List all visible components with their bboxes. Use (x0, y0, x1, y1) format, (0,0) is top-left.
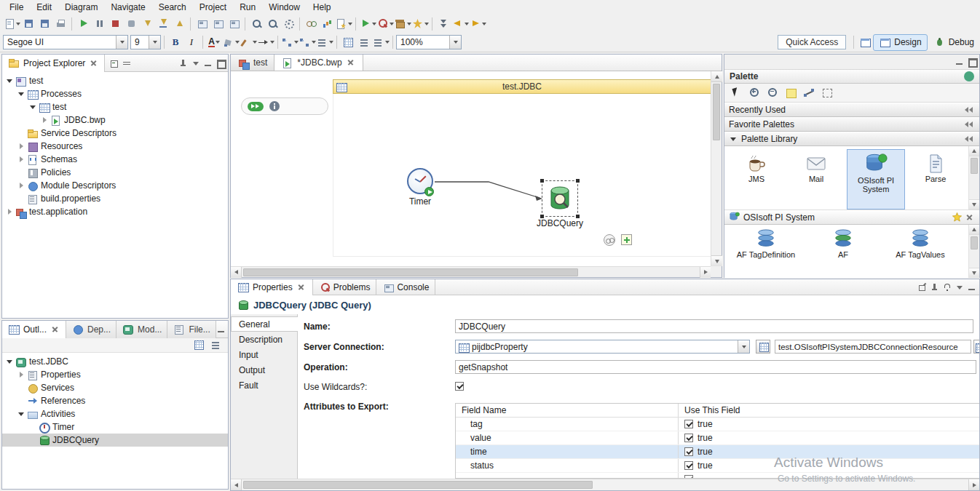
menu-file[interactable]: File (3, 1, 30, 14)
scroll-left-icon[interactable] (231, 267, 242, 278)
palette-item-parse[interactable]: Parse (906, 149, 965, 209)
back-button[interactable] (451, 16, 469, 32)
tree-item-resources[interactable]: Resources (2, 140, 228, 153)
select-connector-button[interactable] (281, 34, 299, 50)
operation-input[interactable]: getSnapshot (455, 360, 976, 374)
palette-library-scrollbar[interactable] (968, 146, 979, 209)
close-icon[interactable] (50, 324, 60, 335)
line-style-button[interactable] (257, 34, 274, 50)
palette-item-af-tagvalues[interactable]: AF TagValues (882, 227, 959, 278)
process-header[interactable]: test.JDBC (333, 79, 711, 94)
menu-navigate[interactable]: Navigate (104, 1, 151, 14)
pin-console-button[interactable] (210, 16, 226, 32)
new-button[interactable] (3, 16, 20, 32)
coverage-button[interactable] (303, 16, 319, 32)
properties-horizontal-scrollbar[interactable] (231, 479, 979, 490)
tree-item-processes[interactable]: Processes (2, 87, 228, 100)
connection-tool-icon[interactable] (803, 87, 816, 100)
tree-item-test-application[interactable]: test.application (2, 205, 228, 218)
table-row-time[interactable]: time true (456, 445, 979, 459)
italic-button[interactable]: I (183, 34, 199, 50)
font-size-dropdown-icon[interactable] (149, 36, 160, 49)
scroll-up-icon[interactable] (969, 225, 979, 235)
quick-access-button[interactable]: Quick Access (778, 35, 846, 49)
tree-item-test-package[interactable]: test (2, 100, 228, 113)
arrange-button[interactable] (316, 34, 333, 50)
tree-item-timer[interactable]: Timer (2, 420, 228, 434)
tree-item-policies[interactable]: Policies (2, 166, 228, 179)
palette-group-header[interactable]: OSIsoft PI System (724, 210, 979, 225)
drawer-favorite-palettes[interactable]: Favorite Palettes (724, 117, 979, 132)
marquee-tool-icon[interactable] (821, 87, 834, 100)
focus-icon[interactable] (178, 58, 189, 68)
close-icon[interactable] (965, 212, 975, 223)
help-icon[interactable] (942, 282, 952, 292)
expander-icon[interactable] (17, 89, 26, 99)
font-family-dropdown-icon[interactable] (116, 36, 127, 49)
maximize-icon[interactable] (216, 58, 226, 68)
debug-perspective-button[interactable]: Debug (928, 34, 980, 51)
menu-diagram[interactable]: Diagram (58, 1, 104, 14)
drawer-recently-used[interactable]: Recently Used (724, 103, 979, 117)
side-tab-output[interactable]: Output (231, 362, 297, 378)
close-icon[interactable] (346, 57, 356, 68)
favorites-button[interactable] (411, 16, 429, 32)
palette-pin-icon[interactable] (964, 71, 974, 81)
expander-icon[interactable] (40, 116, 50, 125)
open-resource-button[interactable] (264, 16, 280, 32)
save-all-button[interactable] (36, 16, 52, 32)
tab-console[interactable]: Console (376, 279, 435, 295)
tab-modules[interactable]: Mod... (116, 321, 167, 338)
tree-item-service-descriptors[interactable]: Service Descriptors (2, 127, 228, 140)
server-connection-dropdown-icon[interactable] (738, 340, 749, 353)
zoom-out-icon[interactable] (767, 87, 780, 100)
editor-vertical-scrollbar[interactable] (711, 71, 722, 266)
show-console-button[interactable] (194, 16, 210, 32)
add-activity-icon[interactable] (621, 234, 632, 245)
select-tool-icon[interactable] (730, 87, 743, 100)
forward-button[interactable] (469, 16, 486, 32)
run-history-button[interactable] (376, 16, 394, 32)
tree-item-services[interactable]: Services (2, 381, 228, 394)
expander-icon[interactable] (17, 370, 26, 380)
disconnect-button[interactable] (123, 16, 139, 32)
menu-search[interactable]: Search (152, 1, 193, 14)
tree-item-test-project[interactable]: test (2, 74, 228, 87)
tree-item-module-descriptors[interactable]: Module Descriptors (2, 179, 228, 192)
use-field-checkbox[interactable] (684, 461, 693, 470)
server-connection-combo[interactable]: pijdbcProperty (455, 340, 750, 354)
resume-button[interactable] (75, 16, 91, 32)
side-tab-general[interactable]: General (231, 316, 298, 332)
menu-help[interactable]: Help (307, 1, 338, 14)
palette-group-scrollbar[interactable] (968, 225, 979, 278)
step-over-button[interactable] (155, 16, 171, 32)
scroll-down-icon[interactable] (711, 255, 722, 266)
side-tab-fault[interactable]: Fault (231, 378, 297, 393)
tree-item-schemas[interactable]: Schemas (2, 153, 228, 166)
expander-icon[interactable] (5, 207, 15, 217)
open-perspective-button[interactable] (857, 34, 873, 50)
minimize-icon[interactable] (967, 282, 977, 292)
pin-view-icon[interactable] (930, 282, 940, 292)
menu-run[interactable]: Run (233, 1, 262, 14)
tree-item-references[interactable]: References (2, 394, 228, 407)
palette-item-jms[interactable]: JMS (727, 149, 786, 209)
align-left-button[interactable] (356, 34, 372, 50)
drawer-collapse-icon[interactable] (964, 105, 975, 114)
view-menu-icon[interactable] (191, 58, 201, 68)
zoom-in-icon[interactable] (748, 87, 762, 100)
zoom-dropdown-icon[interactable] (449, 36, 461, 49)
scroll-up-icon[interactable] (969, 146, 979, 156)
tab-problems[interactable]: Problems (313, 279, 377, 295)
font-family-combo[interactable]: Segoe UI (3, 35, 128, 49)
scroll-thumb[interactable] (971, 158, 978, 174)
expander-icon[interactable] (17, 155, 26, 164)
table-row-partial[interactable] (456, 473, 979, 479)
profile-button[interactable] (319, 16, 335, 32)
tab-files[interactable]: File... (167, 321, 216, 338)
table-row-tag[interactable]: tag true (456, 418, 979, 431)
menu-window[interactable]: Window (262, 1, 307, 14)
expander-icon[interactable] (17, 410, 26, 419)
scroll-right-icon[interactable] (968, 479, 979, 490)
tree-item-jdbcquery[interactable]: JDBCQuery (2, 434, 228, 447)
